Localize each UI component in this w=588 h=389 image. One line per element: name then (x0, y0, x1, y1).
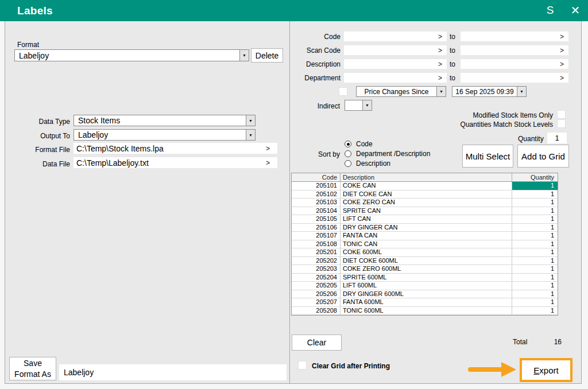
table-row[interactable]: 205202DIET COKE 600ML1 (292, 257, 558, 266)
cell-quantity[interactable]: 1 (512, 265, 558, 273)
cell-description[interactable]: COKE 600ML (341, 248, 512, 256)
cell-code[interactable]: 205104 (292, 207, 341, 215)
close-icon[interactable]: ✕ (567, 0, 583, 21)
filter-department-from-field[interactable]: > (344, 73, 447, 83)
cell-quantity[interactable]: 1 (512, 199, 558, 207)
save-format-as-button[interactable]: Save Format As (9, 357, 56, 380)
table-row[interactable]: 205206DRY GINGER 600ML1 (292, 290, 558, 299)
cell-quantity[interactable]: 1 (512, 215, 558, 223)
cell-description[interactable]: COKE CAN (341, 182, 512, 190)
cell-description[interactable]: LIFT CAN (341, 215, 512, 223)
sort-option-department-description[interactable]: Department /Description (345, 150, 430, 157)
cell-code[interactable]: 205204 (292, 274, 341, 282)
filter-department-to-field[interactable]: > (461, 73, 568, 83)
settings-button[interactable]: S (542, 0, 558, 21)
cell-quantity[interactable]: 1 (512, 257, 558, 265)
cell-quantity[interactable]: 1 (512, 207, 558, 215)
cell-code[interactable]: 205105 (292, 215, 341, 223)
data-type-combobox[interactable]: Stock Items ▼ (74, 115, 256, 126)
cell-quantity[interactable]: 1 (512, 224, 558, 232)
cell-quantity[interactable]: 1 (512, 182, 558, 190)
price-changes-dropdown-arrow-icon[interactable]: ▼ (436, 87, 446, 96)
cell-description[interactable]: SPRITE 600ML (341, 274, 512, 282)
multi-select-button[interactable]: Multi Select (462, 145, 513, 168)
price-date-combobox[interactable]: 16 Sep 2025 09:39 ▼ (452, 86, 527, 97)
format-file-field[interactable]: C:\Temp\Stock Items.lpa > (74, 143, 277, 154)
modified-stock-items-checkbox[interactable] (557, 110, 566, 119)
table-row[interactable]: 205104SPRITE CAN1 (292, 207, 558, 216)
cell-code[interactable]: 205108 (292, 240, 341, 248)
cell-description[interactable]: TONIC CAN (341, 240, 512, 248)
cell-code[interactable]: 205202 (292, 257, 341, 265)
column-header-description[interactable]: Description (341, 173, 512, 181)
table-row[interactable]: 205205LIFT 600ML1 (292, 282, 558, 290)
filter-description-from-field[interactable]: > (344, 59, 447, 69)
cell-description[interactable]: FANTA CAN (341, 232, 512, 240)
column-header-code[interactable]: Code (292, 173, 341, 181)
clear-button[interactable]: Clear (292, 334, 342, 351)
column-header-quantity[interactable]: Quantity (512, 173, 558, 181)
table-row[interactable]: 205105LIFT CAN1 (292, 215, 558, 224)
cell-description[interactable]: DIET COKE 600ML (341, 257, 512, 265)
data-file-browse-icon[interactable]: > (266, 159, 277, 167)
cell-code[interactable]: 205106 (292, 224, 341, 232)
data-file-field[interactable]: C:\Temp\Labeljoy.txt > (74, 157, 277, 168)
cell-description[interactable]: TONIC 600ML (341, 307, 512, 315)
format-combobox[interactable]: Labeljoy ▼ (14, 49, 249, 61)
delete-button[interactable]: Delete (251, 48, 283, 63)
table-row[interactable]: 205208TONIC 600ML1 (292, 307, 558, 316)
export-button[interactable]: Export (520, 358, 572, 382)
filter-code-to-field[interactable]: > (461, 32, 568, 41)
save-format-as-input[interactable]: Labeljoy (59, 364, 287, 380)
cell-description[interactable]: DRY GINGER 600ML (341, 290, 512, 298)
data-type-dropdown-arrow-icon[interactable]: ▼ (246, 115, 255, 126)
sort-option-description[interactable]: Description (345, 160, 390, 167)
cell-description[interactable]: SPRITE CAN (341, 207, 512, 215)
cell-code[interactable]: 205107 (292, 232, 341, 240)
table-row[interactable]: 205106DRY GINGER CAN1 (292, 224, 558, 232)
table-row[interactable]: 205207FANTA 600ML1 (292, 298, 558, 307)
cell-code[interactable]: 205201 (292, 248, 341, 256)
cell-description[interactable]: DRY GINGER CAN (341, 224, 512, 232)
cell-code[interactable]: 205208 (292, 307, 341, 315)
format-file-browse-icon[interactable]: > (266, 145, 277, 153)
cell-quantity[interactable]: 1 (512, 298, 558, 306)
clear-grid-after-printing-checkbox[interactable] (298, 361, 307, 369)
table-row[interactable]: 205107FANTA CAN1 (292, 232, 558, 240)
output-to-dropdown-arrow-icon[interactable]: ▼ (246, 130, 255, 140)
filter-description-to-field[interactable]: > (461, 59, 568, 69)
cell-description[interactable]: COKE ZERO CAN (341, 199, 512, 207)
cell-description[interactable]: COKE ZERO 600ML (341, 265, 512, 273)
table-row[interactable]: 205103COKE ZERO CAN1 (292, 199, 558, 207)
table-row[interactable]: 205204SPRITE 600ML1 (292, 274, 558, 282)
quantities-match-checkbox[interactable] (557, 119, 566, 128)
filter-scan-code-to-field[interactable]: > (461, 45, 568, 55)
indirect-combobox[interactable]: ▼ (345, 100, 372, 111)
cell-quantity[interactable]: 1 (512, 190, 558, 199)
cell-description[interactable]: FANTA 600ML (341, 298, 512, 306)
cell-code[interactable]: 205203 (292, 265, 341, 273)
table-row[interactable]: 205108TONIC CAN1 (292, 240, 558, 249)
table-row[interactable]: 205203COKE ZERO 600ML1 (292, 265, 558, 274)
table-row[interactable]: 205101COKE CAN1 (292, 182, 558, 190)
price-changes-checkbox[interactable] (339, 87, 347, 96)
filter-scan-code-from-field[interactable]: > (344, 45, 447, 55)
quantity-input[interactable]: 1 (547, 133, 567, 143)
cell-quantity[interactable]: 1 (512, 274, 558, 282)
cell-description[interactable]: DIET COKE CAN (341, 190, 512, 199)
table-row[interactable]: 205102DIET COKE CAN1 (292, 190, 558, 199)
cell-description[interactable]: LIFT 600ML (341, 282, 512, 290)
cell-code[interactable]: 205103 (292, 199, 341, 207)
cell-quantity[interactable]: 1 (512, 232, 558, 240)
cell-quantity[interactable]: 1 (512, 240, 558, 248)
cell-code[interactable]: 205102 (292, 190, 341, 199)
cell-code[interactable]: 205205 (292, 282, 341, 290)
sort-option-code[interactable]: Code (345, 140, 373, 147)
indirect-dropdown-arrow-icon[interactable]: ▼ (362, 100, 372, 110)
price-date-dropdown-arrow-icon[interactable]: ▼ (517, 87, 526, 96)
add-to-grid-button[interactable]: Add to Grid (517, 145, 569, 168)
filter-code-from-field[interactable]: > (344, 32, 447, 41)
cell-code[interactable]: 205101 (292, 182, 341, 190)
cell-quantity[interactable]: 1 (512, 307, 558, 315)
cell-quantity[interactable]: 1 (512, 282, 558, 290)
